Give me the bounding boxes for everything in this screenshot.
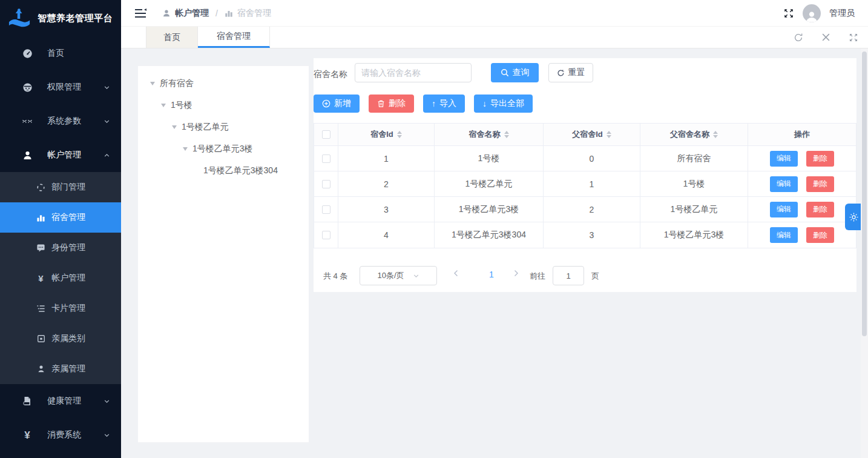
- column-header-dorm-name[interactable]: 宿舍名称: [435, 124, 544, 146]
- sidebar-subitem-department[interactable]: 部门管理: [0, 172, 121, 202]
- delete-button[interactable]: 删除: [369, 95, 414, 113]
- delete-button-label: 删除: [389, 98, 406, 109]
- sidebar-item-permission[interactable]: 权限管理: [0, 70, 121, 104]
- file-icon: [22, 396, 33, 407]
- prev-page-button[interactable]: [452, 269, 461, 277]
- table-row: 1 1号楼 0 所有宿舍 编辑 删除: [314, 146, 856, 171]
- cell-dorm-id: 4: [338, 222, 435, 248]
- arrow-down-icon: ↓: [482, 99, 487, 108]
- caret-down-icon[interactable]: [183, 147, 188, 151]
- row-delete-button[interactable]: 删除: [806, 151, 834, 167]
- sidebar-subitem-relative[interactable]: 亲属管理: [0, 354, 121, 384]
- sidebar-item-home[interactable]: 首页: [0, 36, 121, 70]
- sidebar-item-label: 首页: [47, 48, 64, 59]
- caret-down-icon[interactable]: [172, 125, 177, 129]
- sidebar-item-system[interactable]: 系统参数: [0, 104, 121, 138]
- fullscreen-icon[interactable]: [783, 8, 794, 19]
- goto-page-input[interactable]: [553, 266, 584, 285]
- sidebar-item-label: 系统参数: [47, 116, 81, 127]
- row-checkbox[interactable]: [322, 180, 330, 188]
- import-button[interactable]: ↑ 导入: [423, 95, 465, 113]
- tab-label: 首页: [163, 32, 180, 43]
- sort-icon[interactable]: [504, 131, 509, 138]
- cell-dorm-name: 1号楼乙单元3楼304: [435, 222, 544, 248]
- plus-circle-icon: [322, 99, 330, 108]
- goto-label: 前往: [530, 271, 545, 282]
- column-label: 父宿舍名称: [670, 129, 709, 140]
- tab-dormitory[interactable]: 宿舍管理: [198, 27, 270, 48]
- add-button-label: 新增: [334, 98, 351, 109]
- refresh-icon[interactable]: [794, 33, 803, 42]
- sidebar-item-label: 健康管理: [47, 396, 81, 407]
- permission-icon: [22, 82, 33, 93]
- sidebar-item-health[interactable]: 健康管理: [0, 384, 121, 418]
- sidebar-item-consume[interactable]: ¥ 消费系统: [0, 418, 121, 452]
- sidebar-subitem-card[interactable]: 卡片管理: [0, 293, 121, 324]
- edit-button[interactable]: 编辑: [770, 202, 798, 217]
- expand-icon[interactable]: [849, 33, 858, 42]
- collapse-menu-icon[interactable]: [134, 8, 146, 18]
- sort-icon[interactable]: [713, 131, 718, 138]
- export-button[interactable]: ↓ 导出全部: [474, 95, 533, 113]
- main-panel: 宿舍名称 查询 重置 新增 删除 ↑ 导入 ↓: [314, 58, 856, 292]
- sort-icon[interactable]: [397, 131, 402, 138]
- add-button[interactable]: 新增: [314, 95, 360, 113]
- page-size-select[interactable]: 10条/页: [360, 266, 437, 285]
- arrow-up-icon: ↑: [432, 99, 436, 108]
- column-label: 宿舍名称: [469, 129, 501, 140]
- row-delete-button[interactable]: 删除: [806, 227, 834, 243]
- tree-node[interactable]: 1号楼乙单元3楼304: [138, 160, 309, 182]
- sidebar-subitem-identity[interactable]: 身份管理: [0, 233, 121, 263]
- reset-button[interactable]: 重置: [548, 63, 593, 82]
- sort-icon[interactable]: [607, 131, 611, 138]
- select-all-checkbox[interactable]: [322, 130, 330, 139]
- user-icon: [22, 150, 33, 161]
- avatar[interactable]: [803, 4, 821, 22]
- tree-node-label: 1号楼乙单元: [182, 122, 229, 133]
- scrollbar-thumb[interactable]: [862, 51, 867, 336]
- tree-node-label: 所有宿舍: [160, 78, 194, 89]
- trash-icon: [377, 99, 385, 108]
- caret-down-icon[interactable]: [161, 104, 166, 107]
- next-page-button[interactable]: [511, 269, 520, 277]
- close-icon[interactable]: [821, 33, 830, 42]
- tree-node[interactable]: 1号楼乙单元3楼: [138, 138, 309, 160]
- edit-button[interactable]: 编辑: [770, 176, 798, 192]
- sidebar-subitem-account[interactable]: ¥ 帐户管理: [0, 263, 121, 293]
- tree-node[interactable]: 所有宿舍: [138, 73, 309, 95]
- yen-icon: ¥: [22, 430, 33, 440]
- settings-drawer-button[interactable]: [845, 204, 862, 230]
- sidebar-item-label: 卡片管理: [51, 303, 85, 314]
- square-icon: [36, 334, 45, 344]
- cell-parent-id: 1: [544, 171, 640, 197]
- sidebar-subitem-relative-category[interactable]: 亲属类别: [0, 324, 121, 354]
- tree-node[interactable]: 1号楼乙单元: [138, 116, 309, 138]
- tree-node[interactable]: 1号楼: [138, 95, 309, 116]
- system-params-icon: [22, 116, 33, 127]
- row-checkbox[interactable]: [322, 231, 330, 239]
- caret-down-icon[interactable]: [150, 82, 155, 85]
- cell-dorm-name: 1号楼乙单元: [435, 171, 544, 197]
- search-input[interactable]: [355, 63, 472, 82]
- edit-button[interactable]: 编辑: [770, 151, 798, 167]
- sidebar-subitem-dormitory[interactable]: 宿舍管理: [0, 202, 121, 233]
- column-header-parent-name[interactable]: 父宿舍名称: [640, 124, 748, 146]
- row-checkbox[interactable]: [322, 205, 330, 214]
- row-checkbox[interactable]: [322, 154, 330, 163]
- sidebar-item-account[interactable]: 帐户管理: [0, 138, 121, 172]
- row-delete-button[interactable]: 删除: [806, 202, 834, 217]
- column-header-dorm-id[interactable]: 宿舍Id: [338, 124, 435, 146]
- column-header-parent-id[interactable]: 父宿舍Id: [544, 124, 640, 146]
- page-number[interactable]: 1: [482, 270, 501, 279]
- vertical-scrollbar[interactable]: [861, 48, 868, 458]
- tab-home[interactable]: 首页: [146, 27, 198, 48]
- breadcrumb-level1[interactable]: 帐户管理: [175, 8, 209, 19]
- table-header-row: 宿舍Id 宿舍名称 父宿舍Id 父宿舍名称 操作: [314, 124, 856, 146]
- sidebar-submenu-account: 部门管理 宿舍管理 身份管理 ¥ 帐户管理: [0, 172, 121, 384]
- tab-bar: 首页 宿舍管理: [121, 27, 868, 48]
- username[interactable]: 管理员: [829, 8, 855, 19]
- edit-button[interactable]: 编辑: [770, 227, 798, 243]
- query-button[interactable]: 查询: [491, 63, 539, 82]
- logo-icon: [7, 7, 31, 29]
- row-delete-button[interactable]: 删除: [806, 176, 834, 192]
